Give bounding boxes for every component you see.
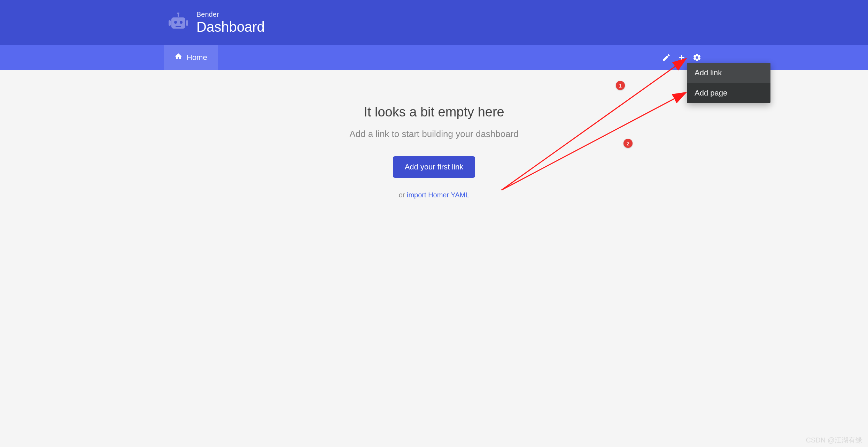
or-line: or import Homer YAML: [0, 191, 868, 199]
svg-point-2: [180, 21, 183, 24]
empty-subtext: Add a link to start building your dashbo…: [0, 129, 868, 139]
svg-rect-7: [186, 20, 188, 26]
app-subtitle: Bender: [196, 10, 265, 18]
import-homer-link[interactable]: import Homer YAML: [407, 191, 469, 199]
robot-icon: [167, 13, 189, 33]
watermark: CSDN @江湖有缘: [806, 435, 862, 445]
svg-rect-3: [176, 26, 181, 27]
gear-icon[interactable]: [692, 53, 702, 62]
app-header: Bender Dashboard: [0, 0, 868, 45]
add-dropdown: Add link Add page: [687, 63, 770, 103]
dropdown-item-add-page[interactable]: Add page: [687, 83, 770, 103]
or-prefix: or: [399, 191, 407, 199]
svg-point-1: [174, 21, 177, 24]
svg-point-5: [177, 13, 179, 14]
app-title: Dashboard: [196, 19, 265, 35]
add-first-link-button[interactable]: Add your first link: [393, 156, 475, 178]
nav-tab-home[interactable]: Home: [164, 45, 218, 70]
home-icon: [174, 52, 183, 63]
logo-block: Bender Dashboard: [167, 10, 265, 35]
empty-heading: It looks a bit empty here: [0, 105, 868, 120]
svg-rect-6: [169, 20, 171, 26]
dropdown-item-add-link[interactable]: Add link: [687, 63, 770, 83]
plus-icon[interactable]: [677, 53, 686, 62]
edit-icon[interactable]: [662, 53, 671, 62]
nav-tab-label: Home: [187, 53, 207, 62]
